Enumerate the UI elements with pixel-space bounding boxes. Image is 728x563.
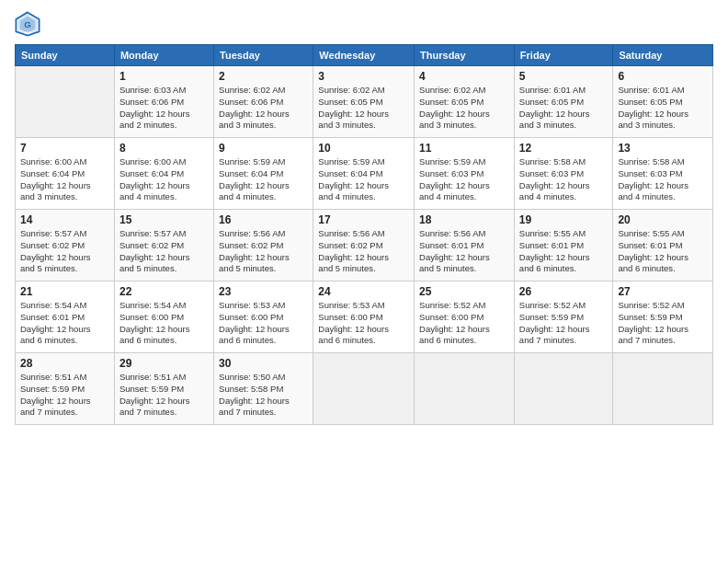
day-info: Sunrise: 5:52 AM Sunset: 5:59 PM Dayligh…: [618, 300, 708, 347]
day-number: 12: [519, 142, 609, 155]
day-info: Sunrise: 5:52 AM Sunset: 6:00 PM Dayligh…: [419, 300, 509, 347]
page: G SundayMondayTuesdayWednesdayThursdayFr…: [0, 0, 728, 563]
day-number: 18: [419, 213, 509, 226]
logo-icon: G: [15, 11, 40, 37]
calendar-header: SundayMondayTuesdayWednesdayThursdayFrid…: [16, 45, 713, 66]
day-info: Sunrise: 6:01 AM Sunset: 6:05 PM Dayligh…: [519, 85, 609, 132]
day-info: Sunrise: 5:57 AM Sunset: 6:02 PM Dayligh…: [20, 228, 109, 275]
day-cell: 16Sunrise: 5:56 AM Sunset: 6:02 PM Dayli…: [214, 210, 313, 282]
day-cell: 14Sunrise: 5:57 AM Sunset: 6:02 PM Dayli…: [16, 210, 115, 282]
week-row-1: 1Sunrise: 6:03 AM Sunset: 6:06 PM Daylig…: [16, 66, 713, 138]
day-info: Sunrise: 6:03 AM Sunset: 6:06 PM Dayligh…: [119, 85, 209, 132]
day-info: Sunrise: 5:51 AM Sunset: 5:59 PM Dayligh…: [119, 372, 209, 419]
day-number: 3: [318, 70, 409, 83]
day-cell: 7Sunrise: 6:00 AM Sunset: 6:04 PM Daylig…: [16, 138, 115, 210]
day-info: Sunrise: 5:53 AM Sunset: 6:00 PM Dayligh…: [219, 300, 308, 347]
day-info: Sunrise: 5:56 AM Sunset: 6:01 PM Dayligh…: [419, 228, 509, 275]
day-cell: 24Sunrise: 5:53 AM Sunset: 6:00 PM Dayli…: [313, 282, 415, 353]
day-number: 23: [219, 285, 308, 298]
header-cell-tuesday: Tuesday: [214, 45, 313, 66]
week-row-2: 7Sunrise: 6:00 AM Sunset: 6:04 PM Daylig…: [16, 138, 713, 210]
day-number: 30: [219, 357, 308, 370]
day-cell: 17Sunrise: 5:56 AM Sunset: 6:02 PM Dayli…: [313, 210, 415, 282]
header-cell-thursday: Thursday: [415, 45, 515, 66]
day-number: 6: [618, 70, 708, 83]
day-cell: 28Sunrise: 5:51 AM Sunset: 5:59 PM Dayli…: [16, 353, 115, 425]
day-cell: 10Sunrise: 5:59 AM Sunset: 6:04 PM Dayli…: [313, 138, 415, 210]
day-cell: 2Sunrise: 6:02 AM Sunset: 6:06 PM Daylig…: [214, 66, 313, 138]
day-cell: 13Sunrise: 5:58 AM Sunset: 6:03 PM Dayli…: [613, 138, 713, 210]
header-cell-friday: Friday: [514, 45, 613, 66]
day-cell: 4Sunrise: 6:02 AM Sunset: 6:05 PM Daylig…: [415, 66, 515, 138]
day-number: 5: [519, 70, 609, 83]
day-info: Sunrise: 5:55 AM Sunset: 6:01 PM Dayligh…: [618, 228, 708, 275]
day-cell: [313, 353, 415, 425]
day-cell: 3Sunrise: 6:02 AM Sunset: 6:05 PM Daylig…: [313, 66, 415, 138]
day-number: 10: [318, 142, 409, 155]
day-cell: 12Sunrise: 5:58 AM Sunset: 6:03 PM Dayli…: [514, 138, 613, 210]
logo: G: [15, 11, 42, 37]
day-info: Sunrise: 6:00 AM Sunset: 6:04 PM Dayligh…: [119, 156, 209, 203]
day-cell: 9Sunrise: 5:59 AM Sunset: 6:04 PM Daylig…: [214, 138, 313, 210]
day-info: Sunrise: 5:55 AM Sunset: 6:01 PM Dayligh…: [519, 228, 609, 275]
day-number: 25: [419, 285, 509, 298]
day-number: 24: [318, 285, 409, 298]
day-info: Sunrise: 5:56 AM Sunset: 6:02 PM Dayligh…: [318, 228, 409, 275]
day-info: Sunrise: 5:58 AM Sunset: 6:03 PM Dayligh…: [519, 156, 609, 203]
day-number: 14: [20, 213, 109, 226]
day-cell: 22Sunrise: 5:54 AM Sunset: 6:00 PM Dayli…: [114, 282, 213, 353]
day-number: 19: [519, 213, 609, 226]
day-info: Sunrise: 5:52 AM Sunset: 5:59 PM Dayligh…: [519, 300, 609, 347]
day-info: Sunrise: 5:51 AM Sunset: 5:59 PM Dayligh…: [20, 372, 109, 419]
day-info: Sunrise: 5:58 AM Sunset: 6:03 PM Dayligh…: [618, 156, 708, 203]
day-cell: 20Sunrise: 5:55 AM Sunset: 6:01 PM Dayli…: [613, 210, 713, 282]
day-cell: [16, 66, 115, 138]
day-number: 7: [20, 142, 109, 155]
week-row-4: 21Sunrise: 5:54 AM Sunset: 6:01 PM Dayli…: [16, 282, 713, 353]
day-info: Sunrise: 5:53 AM Sunset: 6:00 PM Dayligh…: [318, 300, 409, 347]
day-number: 4: [419, 70, 509, 83]
day-info: Sunrise: 6:02 AM Sunset: 6:05 PM Dayligh…: [318, 85, 409, 132]
day-info: Sunrise: 5:54 AM Sunset: 6:00 PM Dayligh…: [119, 300, 209, 347]
day-number: 17: [318, 213, 409, 226]
day-info: Sunrise: 6:02 AM Sunset: 6:05 PM Dayligh…: [419, 85, 509, 132]
day-info: Sunrise: 5:57 AM Sunset: 6:02 PM Dayligh…: [119, 228, 209, 275]
day-number: 13: [618, 142, 708, 155]
day-info: Sunrise: 5:54 AM Sunset: 6:01 PM Dayligh…: [20, 300, 109, 347]
day-cell: 1Sunrise: 6:03 AM Sunset: 6:06 PM Daylig…: [114, 66, 213, 138]
day-number: 27: [618, 285, 708, 298]
day-number: 16: [219, 213, 308, 226]
day-cell: 26Sunrise: 5:52 AM Sunset: 5:59 PM Dayli…: [514, 282, 613, 353]
calendar-table: SundayMondayTuesdayWednesdayThursdayFrid…: [15, 44, 713, 425]
day-cell: 19Sunrise: 5:55 AM Sunset: 6:01 PM Dayli…: [514, 210, 613, 282]
day-number: 28: [20, 357, 109, 370]
header-cell-saturday: Saturday: [613, 45, 713, 66]
day-cell: 23Sunrise: 5:53 AM Sunset: 6:00 PM Dayli…: [214, 282, 313, 353]
day-cell: 27Sunrise: 5:52 AM Sunset: 5:59 PM Dayli…: [613, 282, 713, 353]
day-number: 1: [119, 70, 209, 83]
day-cell: 25Sunrise: 5:52 AM Sunset: 6:00 PM Dayli…: [415, 282, 515, 353]
header-row: SundayMondayTuesdayWednesdayThursdayFrid…: [16, 45, 713, 66]
day-cell: [613, 353, 713, 425]
day-number: 29: [119, 357, 209, 370]
header: G: [15, 11, 713, 37]
day-cell: 30Sunrise: 5:50 AM Sunset: 5:58 PM Dayli…: [214, 353, 313, 425]
week-row-5: 28Sunrise: 5:51 AM Sunset: 5:59 PM Dayli…: [16, 353, 713, 425]
day-cell: 11Sunrise: 5:59 AM Sunset: 6:03 PM Dayli…: [415, 138, 515, 210]
day-info: Sunrise: 5:56 AM Sunset: 6:02 PM Dayligh…: [219, 228, 308, 275]
day-cell: [514, 353, 613, 425]
day-cell: 5Sunrise: 6:01 AM Sunset: 6:05 PM Daylig…: [514, 66, 613, 138]
day-info: Sunrise: 6:01 AM Sunset: 6:05 PM Dayligh…: [618, 85, 708, 132]
day-info: Sunrise: 5:59 AM Sunset: 6:04 PM Dayligh…: [318, 156, 409, 203]
day-info: Sunrise: 5:59 AM Sunset: 6:03 PM Dayligh…: [419, 156, 509, 203]
header-cell-wednesday: Wednesday: [313, 45, 415, 66]
day-number: 15: [119, 213, 209, 226]
day-cell: 29Sunrise: 5:51 AM Sunset: 5:59 PM Dayli…: [114, 353, 213, 425]
day-number: 9: [219, 142, 308, 155]
day-number: 22: [119, 285, 209, 298]
week-row-3: 14Sunrise: 5:57 AM Sunset: 6:02 PM Dayli…: [16, 210, 713, 282]
day-cell: 18Sunrise: 5:56 AM Sunset: 6:01 PM Dayli…: [415, 210, 515, 282]
header-cell-sunday: Sunday: [16, 45, 115, 66]
calendar-body: 1Sunrise: 6:03 AM Sunset: 6:06 PM Daylig…: [16, 66, 713, 425]
day-number: 2: [219, 70, 308, 83]
